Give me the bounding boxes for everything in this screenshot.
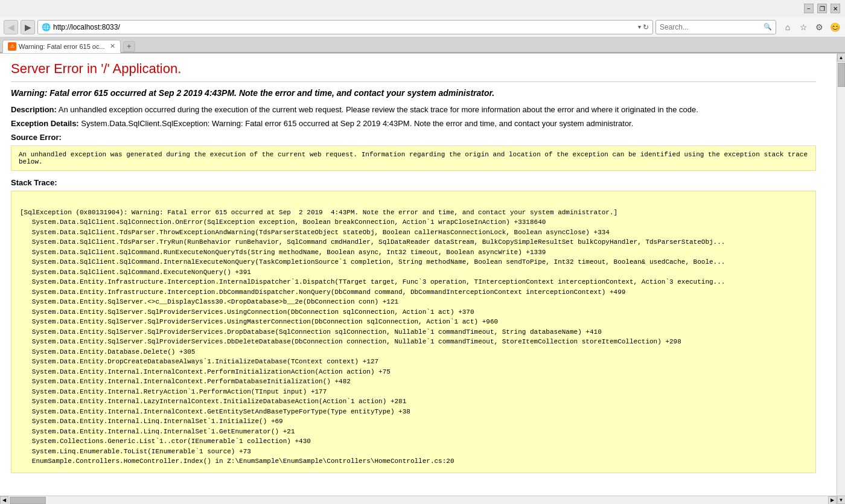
page-title: Server Error in '/' Application. bbox=[11, 61, 816, 82]
tab-favicon: ⚠ bbox=[8, 42, 16, 51]
globe-icon: 🌐 bbox=[42, 23, 51, 31]
minimize-button[interactable]: − bbox=[804, 4, 814, 13]
exception-block: Exception Details: System.Data.SqlClient… bbox=[11, 119, 816, 128]
title-bar: − ❐ ✕ bbox=[0, 0, 845, 17]
tab-label: Warning: Fatal error 615 oc... bbox=[19, 43, 105, 50]
close-button[interactable]: ✕ bbox=[831, 4, 840, 13]
maximize-button[interactable]: ❐ bbox=[817, 4, 827, 13]
new-tab-button[interactable]: + bbox=[123, 41, 135, 52]
source-error-box: An unhandled exception was generated dur… bbox=[11, 145, 816, 171]
description-block: Description: An unhandled exception occu… bbox=[11, 105, 816, 114]
back-button[interactable]: ◀ bbox=[4, 20, 18, 34]
forward-button[interactable]: ▶ bbox=[21, 20, 35, 34]
page-content: Server Error in '/' Application. Warning… bbox=[0, 54, 827, 491]
exception-label: Exception Details: bbox=[11, 119, 79, 128]
title-bar-buttons: − ❐ ✕ bbox=[804, 4, 840, 13]
scroll-thumb[interactable] bbox=[838, 63, 845, 87]
emoji-button[interactable]: 😊 bbox=[828, 21, 841, 34]
nav-icons: ⌂ ☆ ⚙ 😊 bbox=[781, 21, 841, 34]
settings-button[interactable]: ⚙ bbox=[812, 21, 826, 34]
tab-active[interactable]: ⚠ Warning: Fatal error 615 oc... ✕ bbox=[2, 40, 121, 53]
warning-message: Warning: Fatal error 615 occurred at Sep… bbox=[11, 88, 816, 98]
address-input[interactable] bbox=[53, 23, 636, 31]
home-button[interactable]: ⌂ bbox=[781, 21, 794, 34]
description-label: Description: bbox=[11, 105, 57, 114]
search-icon[interactable]: 🔍 bbox=[764, 23, 772, 31]
stack-trace-box: [SqlException (0x80131904): Warning: Fat… bbox=[11, 191, 816, 473]
description-value: An unhandled exception occurred during t… bbox=[59, 105, 698, 114]
search-input[interactable] bbox=[660, 23, 761, 31]
tab-bar: ⚠ Warning: Fatal error 615 oc... ✕ + bbox=[0, 37, 845, 53]
browser-chrome: − ❐ ✕ ◀ ▶ 🌐 ▾ ↻ 🔍 ⌂ ☆ ⚙ 😊 ⚠ bbox=[0, 0, 845, 54]
exception-value: System.Data.SqlClient.SqlException: Warn… bbox=[81, 119, 633, 128]
vertical-scrollbar[interactable]: ▲ ▼ bbox=[837, 53, 845, 491]
search-bar[interactable]: 🔍 bbox=[655, 20, 776, 34]
favorites-button[interactable]: ☆ bbox=[797, 21, 810, 34]
stack-trace-label: Stack Trace: bbox=[11, 178, 816, 187]
source-error-label: Source Error: bbox=[11, 133, 816, 142]
tab-close-button[interactable]: ✕ bbox=[110, 42, 115, 50]
nav-bar: ◀ ▶ 🌐 ▾ ↻ 🔍 ⌂ ☆ ⚙ 😊 bbox=[0, 17, 845, 37]
address-dropdown-button[interactable]: ▾ bbox=[638, 24, 641, 30]
refresh-button[interactable]: ↻ bbox=[643, 23, 649, 31]
address-bar-right: ▾ ↻ bbox=[638, 23, 649, 31]
address-bar[interactable]: 🌐 ▾ ↻ bbox=[37, 20, 653, 34]
scroll-up-button[interactable]: ▲ bbox=[837, 53, 846, 62]
